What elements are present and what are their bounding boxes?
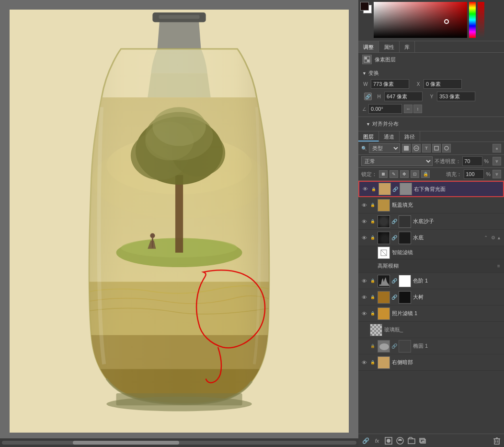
sub-layer-gaussian[interactable]: 👁 高斯模糊 ≡ [358,259,504,273]
thumb-smart [378,247,390,259]
flip-h-button[interactable]: ↔ [404,105,412,113]
smart-filter-btn[interactable] [442,144,451,153]
add-group-btn[interactable] [407,436,416,445]
eye-icon-0[interactable]: 👁 [361,185,369,193]
mask-8 [399,340,411,353]
tab-library[interactable]: 库 [400,41,415,52]
layer-options-btn[interactable]: ● [493,144,501,153]
eye-icon-3[interactable]: 👁 [360,234,368,242]
expand-icon-3b[interactable]: ▲ [497,235,501,240]
y-input[interactable] [437,92,475,101]
eye-icon-6[interactable]: 👁 [360,310,368,318]
fill-options-btn[interactable]: ▼ [493,170,501,178]
lock-label: 锁定： [361,171,377,178]
x-label: X [415,82,422,87]
flip-v-button[interactable]: ↕ [413,105,422,113]
delete-layer-btn[interactable] [493,436,501,445]
lock-paint-btn[interactable]: ✎ [389,170,398,178]
layer-fx-btn[interactable]: fx [373,436,381,445]
tab-channels[interactable]: 通道 [379,131,400,141]
width-input[interactable] [371,79,409,89]
pixel-filter-btn[interactable] [402,144,411,153]
transform-header[interactable]: ▼ 变换 [358,68,504,78]
thumb-7 [370,324,382,336]
layer-name-4: 色阶 1 [413,277,502,284]
layer-item-7[interactable]: 👁 玻璃瓶_ [358,322,504,338]
angle-input[interactable] [368,104,402,114]
x-input[interactable] [424,79,462,89]
transform-arrow: ▼ [362,71,367,76]
blend-options-btn[interactable]: ▼ [493,157,501,165]
eye-icon-1[interactable]: 👁 [360,201,368,209]
layers-bottom-bar: 🔗 fx [358,434,504,447]
lock-icon-5: 🔒 [370,294,376,300]
color-swatches[interactable] [360,2,372,13]
opacity-strip[interactable] [478,2,484,38]
layer-item-6[interactable]: 👁 🔒 照片滤镜 1 [358,306,504,322]
lock-pixels-btn[interactable] [379,170,388,178]
svg-point-27 [445,146,448,150]
eye-icon-2[interactable]: 👁 [360,218,368,225]
add-adjustment-btn[interactable] [396,436,404,445]
canvas-scrollbar[interactable] [0,438,358,447]
layer-item-3[interactable]: 👁 🔒 🔗 水底 ⌃ ⚙ ▲ [358,230,504,246]
thumb-8 [378,340,390,353]
opacity-input[interactable] [462,156,482,166]
lock-icon[interactable]: 🔗 [364,93,372,100]
layer-item-4[interactable]: 👁 🔒 🔗 色阶 1 [358,273,504,289]
thumb-6 [378,307,390,320]
color-section [358,0,504,41]
svg-rect-20 [116,393,242,405]
type-filter-btn[interactable]: T [422,144,431,153]
layer-item-0[interactable]: 👁 🔒 🔗 右下角背光面 [358,181,504,197]
chain-3: 🔗 [392,234,397,242]
fill-input[interactable] [464,169,484,179]
hue-strip[interactable] [469,2,476,38]
mask-3 [399,232,411,244]
gaussian-options-icon[interactable]: ≡ [495,263,502,270]
color-cursor[interactable] [444,19,449,24]
eye-icon-4[interactable]: 👁 [360,277,368,285]
tab-layers[interactable]: 图层 [358,131,379,141]
foreground-color-swatch[interactable] [360,2,369,11]
thumb-2 [378,215,390,228]
lock-all-btn[interactable]: 🔒 [421,170,430,178]
lock-artboard-btn[interactable]: ⊡ [411,170,419,178]
eye-icon-5[interactable]: 👁 [360,294,368,301]
tab-adjustments[interactable]: 属性 [379,41,400,52]
layer-item-2[interactable]: 👁 🔒 🔗 水底沙子 [358,213,504,230]
layer-item-8[interactable]: 👁 🔒 🔗 椭圆 1 [358,338,504,354]
align-label: 对齐并分布 [372,120,399,128]
adjustment-filter-btn[interactable] [412,144,421,153]
sub-layer-smart-filter[interactable]: 👁 智能滤镜 [358,246,504,259]
tab-paths[interactable]: 路径 [400,131,420,141]
new-layer-btn[interactable] [419,436,427,445]
layer-item-5[interactable]: 👁 🔒 🔗 大树 [358,289,504,306]
layers-list[interactable]: 👁 🔒 🔗 右下角背光面 👁 🔒 瓶盖填充 👁 🔒 [358,181,504,434]
layer-item-1[interactable]: 👁 🔒 瓶盖填充 [358,197,504,213]
layer-name-2: 水底沙子 [413,218,502,225]
blend-mode-select[interactable]: 正常 [361,156,433,166]
sub-layer-name-gaussian: 高斯模糊 [378,262,493,270]
layer-type-filter[interactable]: 类型 [369,143,400,153]
height-input[interactable] [384,92,423,101]
align-section: ▼ 对齐并分布 [358,117,504,131]
layer-item-9[interactable]: 👁 🔒 右侧暗部 [358,354,504,371]
expand-icon-3[interactable]: ⌃ [482,235,489,241]
scrollbar-thumb[interactable] [73,441,179,445]
layer-type-icon [362,55,372,64]
add-mask-btn[interactable] [384,436,393,445]
link-layers-btn[interactable]: 🔗 [361,436,370,445]
color-gradient[interactable] [374,2,467,38]
layer-name-1: 瓶盖填充 [392,201,502,209]
canvas-background [10,10,349,433]
color-spectrum[interactable] [374,2,467,38]
shape-filter-btn[interactable] [432,144,441,153]
scrollbar-track[interactable] [2,441,356,445]
layer-name-6: 照片滤镜 1 [392,310,502,317]
align-header[interactable]: ▼ 对齐并分布 [362,119,500,129]
eye-icon-9[interactable]: 👁 [360,359,368,366]
lock-proportions[interactable]: 🔗 [362,91,374,102]
lock-position-btn[interactable]: ✥ [400,170,409,178]
tab-properties[interactable]: 调整 [358,41,379,52]
